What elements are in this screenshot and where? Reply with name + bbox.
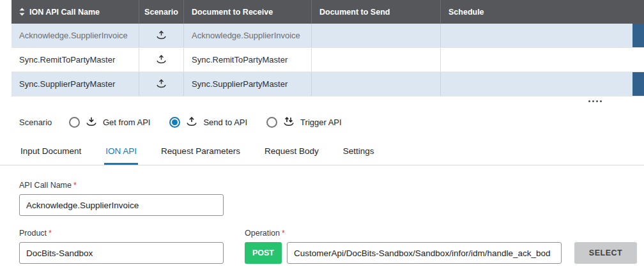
send-to-api-icon (155, 31, 167, 41)
column-header-ion-api-call-name[interactable]: ION API Call Name (12, 0, 139, 24)
grip-dot-icon (588, 100, 590, 102)
column-header-document-to-receive[interactable]: Document to Receive (184, 0, 312, 24)
trigger-api-icon (282, 117, 295, 128)
cell-api-call-name: Sync.RemitToPartyMaster (12, 48, 139, 72)
cell-document-to-send (312, 24, 441, 47)
api-calls-table: ION API Call Name Scenario Document to R… (12, 0, 644, 96)
select-operation-button[interactable]: SELECT (574, 242, 637, 264)
column-header-scenario[interactable]: Scenario (139, 0, 184, 24)
cell-schedule (441, 48, 644, 72)
scenario-option-label: Trigger API (300, 118, 342, 127)
column-header-schedule[interactable]: Schedule (441, 0, 644, 24)
column-header-document-to-send[interactable]: Document to Send (312, 0, 441, 24)
scenario-option-trigger-api[interactable]: Trigger API (266, 117, 342, 128)
tab-settings[interactable]: Settings (342, 140, 376, 165)
radio-unchecked[interactable] (69, 117, 80, 128)
tab-request-parameters[interactable]: Request Parameters (160, 140, 241, 165)
required-marker: * (49, 229, 52, 238)
product-field: Product* (19, 229, 224, 264)
cell-document-to-receive: Sync.RemitToPartyMaster (184, 48, 312, 72)
cell-api-call-name: Acknowledge.SupplierInvoice (12, 24, 139, 47)
cell-scenario (139, 48, 184, 72)
tab-input-document[interactable]: Input Document (19, 140, 82, 165)
http-method-badge[interactable]: POST (245, 242, 282, 264)
column-header-label: Document to Send (319, 8, 390, 17)
radio-checked[interactable] (169, 117, 180, 128)
tab-request-body[interactable]: Request Body (263, 140, 320, 165)
cell-document-to-receive: Acknowledge.SupplierInvoice (184, 24, 312, 47)
table-row[interactable]: Sync.SupplierPartyMaster Sync.SupplierPa… (12, 72, 644, 96)
get-from-api-icon (85, 117, 98, 128)
detail-tabs: Input Document ION API Request Parameter… (0, 140, 644, 165)
grip-dot-icon (596, 100, 598, 102)
cell-document-to-send (312, 72, 441, 96)
scenario-label: Scenario (19, 118, 69, 127)
scenario-option-label: Send to API (203, 118, 247, 127)
required-marker: * (282, 229, 285, 238)
ion-api-form: API Call Name* Product* Operation* POST … (19, 181, 644, 264)
product-label: Product* (19, 229, 224, 238)
cell-document-to-receive: Sync.SupplierPartyMaster (184, 72, 312, 96)
cell-scenario (139, 72, 184, 96)
send-to-api-icon (155, 55, 167, 65)
column-header-label: ION API Call Name (29, 8, 100, 17)
table-row[interactable]: Sync.RemitToPartyMaster Sync.RemitToPart… (12, 48, 644, 72)
label-text: API Call Name (19, 181, 72, 190)
grip-dot-icon (600, 100, 602, 102)
scenario-option-send-to-api[interactable]: Send to API (169, 117, 247, 128)
cell-api-call-name: Sync.SupplierPartyMaster (12, 72, 139, 96)
scenario-field: Scenario Get from API Send to API Trig (19, 114, 644, 130)
label-text: Operation (245, 229, 280, 238)
column-header-label: Document to Receive (192, 8, 273, 17)
scenario-option-get-from-api[interactable]: Get from API (69, 117, 150, 128)
panel-resize-grip[interactable] (0, 96, 644, 105)
send-to-api-icon (185, 117, 198, 128)
required-marker: * (73, 181, 77, 190)
cell-schedule (441, 72, 644, 96)
cell-scenario (139, 24, 184, 47)
column-header-label: Scenario (144, 8, 178, 17)
send-to-api-icon (155, 79, 167, 89)
operation-endpoint-input[interactable] (287, 242, 562, 264)
grip-dot-icon (592, 100, 594, 102)
tab-ion-api[interactable]: ION API (104, 140, 138, 165)
operation-field: Operation* POST SELECT (245, 229, 637, 264)
operation-label: Operation* (245, 229, 637, 238)
column-header-label: Schedule (448, 8, 484, 17)
table-row[interactable]: Acknowledge.SupplierInvoice Acknowledge.… (12, 24, 644, 48)
api-call-name-field: API Call Name* (19, 181, 644, 216)
table-header-row: ION API Call Name Scenario Document to R… (12, 0, 644, 24)
sort-icon[interactable] (19, 8, 25, 16)
api-call-name-label: API Call Name* (19, 181, 644, 190)
cell-document-to-send (312, 48, 441, 72)
product-input[interactable] (19, 242, 224, 264)
cell-schedule (441, 24, 644, 47)
label-text: Product (19, 229, 47, 238)
api-call-name-input[interactable] (19, 194, 224, 216)
scenario-option-label: Get from API (103, 118, 150, 127)
radio-unchecked[interactable] (266, 117, 277, 128)
